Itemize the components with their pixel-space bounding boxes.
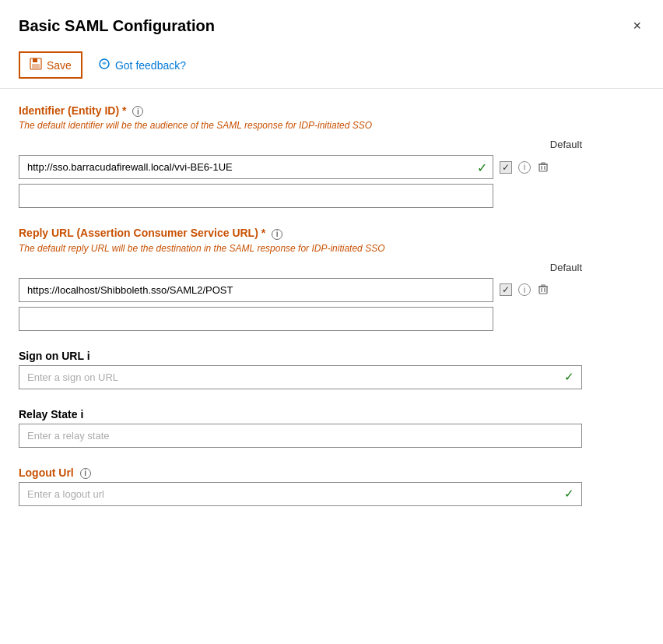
reply-url-row-actions: i [500, 283, 562, 296]
logout-url-info-icon[interactable]: i [80, 468, 91, 479]
modal-title: Basic SAML Configuration [19, 17, 215, 35]
identifier-url-row: ✓ i [19, 155, 644, 179]
reply-url-default-header: Default [19, 262, 644, 273]
svg-rect-1 [33, 58, 37, 62]
svg-rect-14 [542, 285, 545, 287]
identifier-info-icon[interactable]: i [132, 106, 143, 117]
svg-rect-3 [37, 59, 39, 62]
identifier-url-input[interactable] [19, 155, 493, 179]
reply-url-empty-row [19, 307, 644, 331]
reply-url-default-checkbox[interactable] [500, 283, 512, 296]
reply-url-input-wrapper [19, 278, 493, 302]
sign-on-section: Sign on URL i ✓ [19, 350, 644, 389]
reply-url-delete-button[interactable] [537, 283, 549, 296]
sign-on-label: Sign on URL i [19, 350, 644, 362]
logout-url-check-icon: ✓ [564, 487, 574, 501]
identifier-delete-button[interactable] [537, 161, 549, 174]
close-button[interactable]: × [630, 16, 644, 36]
identifier-empty-input[interactable] [19, 184, 493, 208]
identifier-action-info[interactable]: i [518, 161, 531, 174]
svg-rect-9 [542, 163, 545, 164]
reply-url-label: Reply URL (Assertion Consumer Service UR… [19, 227, 644, 239]
identifier-section: Identifier (Entity ID) * i The default i… [19, 104, 644, 208]
identifier-subtitle: The default identifier will be the audie… [19, 120, 644, 131]
reply-url-section: Reply URL (Assertion Consumer Service UR… [19, 227, 644, 330]
logout-url-label: Logout Url i [19, 466, 644, 479]
identifier-label: Identifier (Entity ID) * i [19, 104, 644, 117]
sign-on-input-wrapper: ✓ [19, 365, 582, 389]
svg-rect-2 [32, 64, 40, 69]
modal-header: Basic SAML Configuration × [0, 0, 663, 36]
relay-state-input[interactable] [19, 424, 582, 448]
relay-state-input-wrapper [19, 424, 582, 448]
identifier-check-icon: ✓ [477, 160, 487, 174]
identifier-row-actions: i [500, 161, 562, 174]
feedback-label: Got feedback? [115, 59, 186, 72]
feedback-button[interactable]: Got feedback? [98, 58, 186, 72]
sign-on-input[interactable] [19, 365, 582, 389]
reply-url-input[interactable] [19, 278, 493, 302]
relay-state-label: Relay State i [19, 408, 644, 421]
relay-state-section: Relay State i [19, 408, 644, 448]
sign-on-check-icon: ✓ [564, 370, 574, 384]
identifier-input-wrapper: ✓ [19, 155, 493, 179]
logout-url-input[interactable] [19, 482, 582, 506]
save-button[interactable]: Save [19, 51, 82, 79]
save-icon [30, 58, 42, 72]
reply-url-action-info[interactable]: i [518, 283, 531, 296]
logout-url-section: Logout Url i ✓ [19, 466, 644, 506]
feedback-icon [98, 58, 110, 72]
relay-state-info-icon[interactable]: i [80, 408, 83, 421]
sign-on-info-icon[interactable]: i [87, 350, 90, 362]
identifier-default-header: Default [19, 139, 644, 150]
toolbar: Save Got feedback? [0, 42, 663, 89]
reply-url-subtitle: The default reply URL will be the destin… [19, 243, 644, 254]
modal-container: Basic SAML Configuration × Save [0, 0, 663, 644]
content-area: Identifier (Entity ID) * i The default i… [0, 89, 663, 540]
reply-url-info-icon[interactable]: i [272, 229, 282, 240]
svg-rect-5 [539, 164, 547, 171]
identifier-default-checkbox[interactable] [500, 161, 512, 174]
svg-rect-10 [539, 287, 547, 294]
logout-url-input-wrapper: ✓ [19, 482, 582, 506]
save-label: Save [47, 59, 72, 72]
reply-url-empty-input[interactable] [19, 307, 493, 331]
reply-url-row: i [19, 278, 644, 302]
identifier-empty-row [19, 184, 644, 208]
